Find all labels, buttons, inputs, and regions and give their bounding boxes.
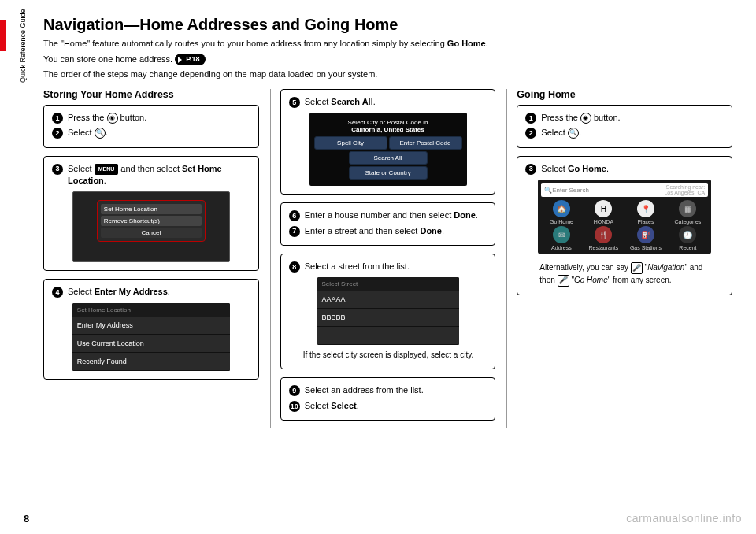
popup-cancel: Cancel — [101, 228, 202, 238]
step-box-9-10: 9 Select an address from the list. 10 Se… — [280, 377, 496, 421]
voice-note: Alternatively, you can say 🎤 "Navigation… — [539, 261, 719, 287]
app-label: Recent — [679, 245, 696, 250]
step-number-2: 2 — [52, 128, 63, 139]
step-8-note: If the select city screen is displayed, … — [303, 350, 483, 361]
app-label: Restaurants — [589, 245, 619, 250]
side-tab — [0, 20, 6, 51]
screen-btn-postal: Enter Postal Code — [389, 136, 462, 150]
step-number-4: 4 — [52, 287, 63, 298]
step-number-8: 8 — [289, 261, 300, 273]
step-box-8: 8 Select a street from the list. Select … — [280, 254, 496, 369]
column-3: Going Home 1 Press the ◉ button. 2 Selec… — [506, 89, 732, 428]
list-row: Recently Found — [72, 353, 230, 371]
step-g1-text: Press the ◉ button. — [541, 112, 724, 124]
step-7-text: Enter a street and then select Done. — [305, 225, 487, 237]
step-1-text: Press the ◉ button. — [68, 112, 250, 124]
step-number-7: 7 — [289, 226, 300, 237]
screen-header-sub: California, United States — [314, 126, 462, 133]
step-2-text: Select 🔍. — [68, 127, 250, 139]
step-box-4: 4 Select Enter My Address. Set Home Loca… — [43, 279, 259, 379]
popup-set-home: Set Home Location — [101, 204, 202, 214]
app-label: Go Home — [550, 219, 573, 224]
list-row: BBBBB — [317, 309, 459, 327]
search-all-screenshot: Select City or Postal Code in California… — [309, 113, 467, 186]
columns: Storing Your Home Address 1 Press the ◉ … — [43, 89, 732, 428]
step-box-3: 3 Select MENU and then select Set Home L… — [43, 156, 259, 272]
step-4-text: Select Enter My Address. — [68, 286, 250, 298]
list-row: Enter My Address — [72, 317, 230, 335]
go-home-screenshot: 🔍 Enter Search Searching near: Los Angel… — [538, 180, 711, 254]
menu-button-icon: MENU — [94, 164, 119, 175]
col1-heading: Storing Your Home Address — [43, 89, 259, 100]
step-number-3: 3 — [52, 164, 63, 175]
gas-icon: ⛽ — [637, 226, 654, 243]
street-list-screenshot: Select Street AAAAA BBBBB — [317, 277, 459, 345]
screen-btn-spell-city: Spell City — [314, 136, 387, 150]
side-label: Quick Reference Guide — [19, 9, 27, 83]
voice-icon: 🎤 — [558, 275, 569, 287]
enter-address-screenshot: Set Home Location Enter My Address Use C… — [72, 303, 230, 371]
step-number-g3: 3 — [525, 164, 536, 175]
page-content: Navigation—Home Addresses and Going Home… — [43, 16, 732, 428]
step-number-6: 6 — [289, 210, 300, 221]
list-row: AAAAA — [317, 291, 459, 309]
places-icon: 📍 — [637, 200, 654, 217]
restaurants-icon: 🍴 — [595, 226, 612, 243]
step-box-going-1-2: 1 Press the ◉ button. 2 Select 🔍. — [517, 105, 732, 148]
list-header: Select Street — [317, 277, 459, 291]
search-bar: 🔍 Enter Search Searching near: Los Angel… — [541, 183, 708, 197]
step-box-going-3: 3 Select Go Home. 🔍 Enter Search Searchi… — [517, 156, 732, 295]
step-number-g2: 2 — [525, 128, 536, 139]
step-3-text: Select MENU and then select Set Home Loc… — [68, 163, 250, 187]
step-number-1: 1 — [52, 113, 63, 124]
list-row: Use Current Location — [72, 335, 230, 353]
app-label: Gas Stations — [630, 245, 662, 250]
search-icon: 🔍 — [94, 128, 106, 139]
intro-line-2: You can store one home address. P.18 — [43, 53, 732, 66]
home-icon: 🏠 — [553, 200, 570, 217]
page-title: Navigation—Home Addresses and Going Home — [43, 16, 732, 34]
step-number-10: 10 — [289, 401, 300, 412]
list-row — [317, 327, 459, 345]
intro-line-3: The order of the steps may change depend… — [43, 68, 732, 81]
step-box-6-7: 6 Enter a house number and then select D… — [280, 202, 496, 246]
screen-header-top: Select City or Postal Code in — [314, 119, 462, 126]
step-box-5: 5 Select Search All. Select City or Post… — [280, 89, 496, 195]
step-g2-text: Select 🔍. — [541, 127, 724, 139]
watermark: carmanualsonline.info — [626, 512, 742, 525]
step-8-text: Select a street from the list. — [305, 261, 487, 273]
step-g3-text: Select Go Home. — [541, 163, 724, 175]
page-reference-badge: P.18 — [175, 54, 205, 66]
voice-icon: 🎤 — [631, 262, 643, 274]
search-placeholder: Enter Search — [552, 187, 589, 194]
nav-button-icon: ◉ — [580, 113, 591, 124]
intro-line-1: The "Home" feature automatically routes … — [43, 37, 732, 50]
step-6-text: Enter a house number and then select Don… — [305, 210, 487, 221]
step-number-g1: 1 — [525, 113, 536, 124]
search-icon: 🔍 — [544, 187, 552, 194]
nav-button-icon: ◉ — [107, 113, 118, 124]
col3-heading: Going Home — [517, 89, 732, 100]
app-label: Address — [551, 245, 572, 250]
search-icon: 🔍 — [568, 128, 579, 139]
app-label: Categories — [674, 219, 701, 224]
set-home-popup-screenshot: Set Home Location Remove Shortcut(s) Can… — [72, 191, 230, 262]
column-1: Storing Your Home Address 1 Press the ◉ … — [43, 89, 259, 428]
page-number: 8 — [24, 513, 29, 525]
categories-icon: ▦ — [679, 200, 696, 217]
step-number-9: 9 — [289, 385, 300, 396]
address-icon: ✉ — [553, 226, 570, 243]
step-10-text: Select Select. — [305, 400, 487, 412]
app-label: Places — [637, 219, 654, 224]
recent-icon: 🕘 — [679, 226, 696, 243]
honda-icon: H — [595, 200, 612, 217]
step-number-5: 5 — [289, 97, 300, 108]
step-box-1-2: 1 Press the ◉ button. 2 Select 🔍. — [43, 105, 259, 148]
step-9-text: Select an address from the list. — [305, 384, 487, 396]
app-label: HONDA — [594, 219, 613, 224]
screen-btn-search-all: Search All — [349, 151, 428, 165]
step-5-text: Select Search All. — [305, 96, 487, 108]
popup-remove-shortcut: Remove Shortcut(s) — [101, 216, 202, 226]
column-2: 5 Select Search All. Select City or Post… — [270, 89, 496, 428]
list-header: Set Home Location — [72, 303, 230, 317]
